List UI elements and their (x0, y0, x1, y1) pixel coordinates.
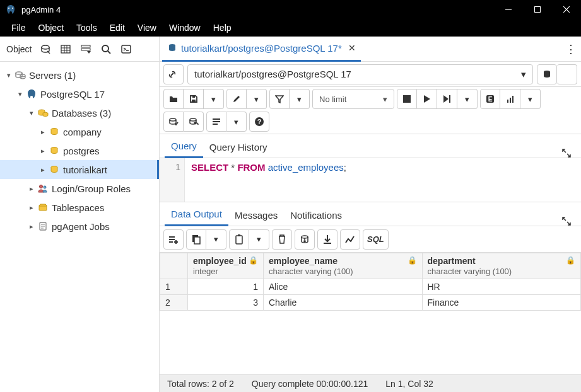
download-button[interactable] (317, 229, 337, 250)
tree-db-tutorialkart[interactable]: ▸tutorialkart (0, 160, 159, 179)
copy-button[interactable] (186, 229, 206, 250)
maximize-button[interactable] (523, 0, 552, 19)
edit-dropdown[interactable]: ▾ (247, 89, 267, 109)
connection-status-button[interactable] (163, 64, 184, 84)
cell-employee-name[interactable]: Alice (264, 279, 423, 295)
tab-query-history[interactable]: Query History (203, 137, 274, 158)
menu-tools[interactable]: Tools (70, 23, 103, 33)
execute-button[interactable] (417, 89, 437, 109)
macros-dropdown[interactable]: ▾ (226, 112, 247, 132)
sql-code[interactable]: SELECT * FROM active_employees; (185, 158, 581, 202)
col-employee-name[interactable]: 🔒employee_namecharacter varying (100) (264, 253, 423, 279)
chevron-right-icon[interactable]: ▸ (38, 166, 48, 174)
extra-connection-button[interactable] (557, 64, 577, 84)
save-data-button[interactable] (295, 229, 315, 250)
tree-login-roles[interactable]: ▸Login/Group Roles (0, 179, 159, 198)
cell-department[interactable]: Finance (422, 295, 581, 311)
execute-options-button[interactable] (437, 89, 457, 109)
filter-rows-icon[interactable] (77, 40, 95, 58)
explain-analyze-button[interactable] (500, 89, 520, 109)
copy-dropdown[interactable]: ▾ (206, 229, 226, 250)
macros-button[interactable] (206, 112, 226, 132)
tree-databases[interactable]: ▾Databases (3) (0, 103, 159, 122)
view-data-icon[interactable] (57, 40, 74, 58)
menu-object[interactable]: Object (32, 23, 70, 33)
connection-select[interactable]: tutorialkart/postgres@PostgreSQL 17 ▾ (187, 64, 533, 84)
chevron-down-icon[interactable]: ▾ (15, 90, 25, 98)
save-dropdown[interactable]: ▾ (204, 89, 224, 109)
sql-editor[interactable]: 1 SELECT * FROM active_employees; (160, 158, 581, 202)
menu-window[interactable]: Window (163, 23, 207, 33)
psql-icon[interactable] (117, 40, 135, 58)
col-employee-id[interactable]: 🔒employee_idinteger (188, 253, 264, 279)
tree-servers[interactable]: ▾Servers (1) (0, 66, 159, 84)
tab-notifications[interactable]: Notifications (284, 205, 348, 226)
explain-button[interactable]: E (480, 89, 500, 109)
edit-button[interactable] (226, 89, 247, 109)
open-file-button[interactable] (163, 89, 184, 109)
close-tab-icon[interactable]: ✕ (348, 43, 356, 53)
cell-department[interactable]: HR (422, 279, 581, 295)
editor-tab[interactable]: tutorialkart/postgres@PostgreSQL 17* ✕ (162, 37, 361, 62)
sql-button[interactable]: SQL (363, 229, 389, 250)
paste-dropdown[interactable]: ▾ (249, 229, 269, 250)
status-bar: Total rows: 2 of 2 Query complete 00:00:… (160, 374, 581, 392)
row-header-corner[interactable] (160, 253, 188, 279)
minimize-button[interactable] (494, 0, 523, 19)
expand-output-icon[interactable] (557, 217, 576, 226)
tab-data-output[interactable]: Data Output (165, 204, 228, 226)
database-icon (167, 43, 177, 53)
menu-view[interactable]: View (131, 23, 163, 33)
tree-server-pg17[interactable]: ▾PostgreSQL 17 (0, 84, 159, 103)
kebab-menu-icon[interactable]: ⋮ (563, 42, 578, 56)
tree-pgagent[interactable]: ▸pgAgent Jobs (0, 217, 159, 236)
filter-button[interactable] (269, 89, 290, 109)
col-name: employee_id (193, 256, 247, 266)
execute-dropdown[interactable]: ▾ (457, 89, 478, 109)
chevron-right-icon[interactable]: ▸ (38, 128, 48, 136)
svg-rect-38 (510, 98, 511, 103)
chevron-right-icon[interactable]: ▸ (38, 147, 48, 155)
new-connection-button[interactable] (537, 64, 557, 84)
chevron-right-icon[interactable]: ▸ (26, 222, 37, 231)
tree-db-company[interactable]: ▸company (0, 122, 159, 141)
chevron-right-icon[interactable]: ▸ (26, 185, 37, 193)
save-file-button[interactable] (184, 89, 204, 109)
add-row-button[interactable] (163, 229, 184, 250)
cell-employee-id[interactable]: 3 (188, 295, 264, 311)
table-row[interactable]: 2 3 Charlie Finance (160, 295, 581, 311)
close-button[interactable] (552, 0, 581, 19)
chevron-down-icon[interactable]: ▾ (4, 71, 14, 79)
col-department[interactable]: 🔒departmentcharacter varying (100) (422, 253, 581, 279)
menu-file[interactable]: File (5, 23, 32, 33)
delete-row-button[interactable] (272, 229, 292, 250)
menu-help[interactable]: Help (207, 23, 238, 33)
cell-employee-id[interactable]: 1 (188, 279, 264, 295)
tab-query[interactable]: Query (165, 135, 203, 158)
tree-db-postgres[interactable]: ▸postgres (0, 141, 159, 160)
commit-button[interactable] (163, 112, 184, 132)
chevron-down-icon[interactable]: ▾ (26, 109, 37, 117)
chevron-right-icon[interactable]: ▸ (26, 204, 37, 212)
menu-edit[interactable]: Edit (103, 23, 131, 33)
limit-select[interactable]: No limit▾ (312, 89, 394, 109)
table-row[interactable]: 1 1 Alice HR (160, 279, 581, 295)
tree-label: Databases (3) (52, 108, 111, 118)
tree-label: Servers (1) (29, 70, 76, 81)
graph-button[interactable] (340, 229, 360, 250)
stop-button[interactable] (397, 89, 417, 109)
filter-dropdown[interactable]: ▾ (290, 89, 310, 109)
query-tool-icon[interactable] (37, 40, 54, 58)
tab-messages[interactable]: Messages (228, 205, 284, 226)
help-button[interactable]: ? (249, 112, 269, 132)
paste-button[interactable] (229, 229, 249, 250)
result-grid[interactable]: 🔒employee_idinteger 🔒employee_namecharac… (160, 253, 581, 374)
cell-employee-name[interactable]: Charlie (264, 295, 423, 311)
expand-icon[interactable] (557, 149, 576, 158)
explain-dropdown[interactable]: ▾ (520, 89, 541, 109)
row-number[interactable]: 2 (160, 295, 188, 311)
tree-tablespaces[interactable]: ▸Tablespaces (0, 198, 159, 217)
search-icon[interactable] (97, 40, 115, 58)
rollback-button[interactable] (184, 112, 204, 132)
row-number[interactable]: 1 (160, 279, 188, 295)
